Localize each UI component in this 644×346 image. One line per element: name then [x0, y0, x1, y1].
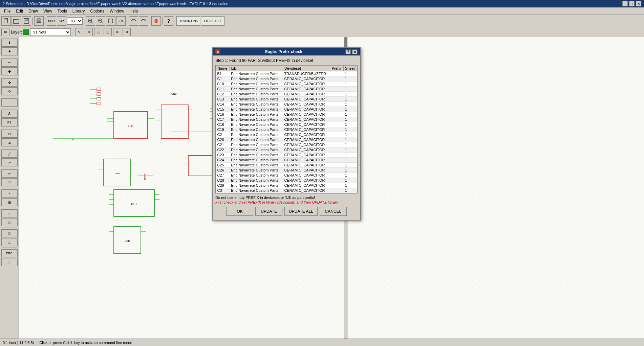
cell-sheet: 1 — [343, 173, 357, 178]
table-row[interactable]: C22Eric Navarrete Custom PartsCERAMIC_CA… — [216, 147, 357, 153]
table-row[interactable]: C21Eric Navarrete Custom PartsCERAMIC_CA… — [216, 142, 357, 147]
menu-window[interactable]: Window — [107, 8, 127, 14]
table-row[interactable]: C14Eric Navarrete Custom PartsCERAMIC_CA… — [216, 102, 357, 107]
cut-tool[interactable]: ✂ — [1, 169, 18, 178]
table-row[interactable]: C13Eric Navarrete Custom PartsCERAMIC_CA… — [216, 97, 357, 102]
info-tool[interactable]: ℹ — [1, 39, 18, 47]
control-panel-button[interactable]: CP — [57, 16, 66, 26]
angle-tool[interactable]: ⊿ — [1, 138, 18, 146]
add-pin-tool[interactable]: ⊕ — [113, 28, 121, 36]
save-button[interactable] — [22, 16, 31, 26]
ltc-spice-button[interactable]: LTC SPICE+ — [201, 16, 224, 26]
dialog-titlebar[interactable]: E Eagle: Prefix check ? ✕ — [213, 48, 360, 55]
table-row[interactable]: C18Eric Navarrete Custom PartsCERAMIC_CA… — [216, 122, 357, 127]
print-button[interactable] — [34, 16, 44, 26]
menu-file[interactable]: File — [1, 8, 13, 14]
table-row[interactable]: C16Eric Navarrete Custom PartsCERAMIC_CA… — [216, 112, 357, 117]
minimize-button[interactable]: ─ — [622, 1, 628, 6]
table-row[interactable]: C10Eric Navarrete Custom PartsCERAMIC_CA… — [216, 82, 357, 87]
menu-help[interactable]: Help — [127, 8, 141, 14]
paste-tool[interactable]: ⬚ — [1, 178, 18, 186]
dialog-help-button[interactable]: ? — [345, 49, 351, 54]
table-row[interactable]: B1Eric Navarrete Custom PartsTRANSDUCER/… — [216, 71, 357, 76]
zoom-out-button[interactable] — [96, 16, 105, 26]
cell-prefix — [330, 178, 343, 183]
dialog-close-button[interactable]: ✕ — [352, 49, 358, 54]
menu-edit[interactable]: Edit — [13, 8, 26, 14]
cell-name: C1 — [216, 76, 230, 82]
junction-tool[interactable]: ⊙ — [1, 130, 18, 138]
stop-button[interactable]: ⊗ — [151, 16, 161, 26]
grid-toggle-button[interactable]: ⊞ — [1, 28, 9, 36]
circle-tool[interactable]: ○ — [1, 209, 18, 217]
triangle-tool[interactable]: △ — [1, 238, 18, 246]
draw-arc-tool[interactable]: ⌒ — [1, 98, 18, 107]
table-row[interactable]: C1Eric Navarrete Custom PartsCERAMIC_CAP… — [216, 76, 357, 82]
table-row[interactable]: C23Eric Navarrete Custom PartsCERAMIC_CA… — [216, 153, 357, 158]
magnify-tool[interactable]: ⊕ — [85, 28, 93, 36]
polygon-tool[interactable]: ⬡ — [1, 229, 18, 237]
rotate-tool[interactable]: ⟳ — [1, 87, 18, 95]
maximize-button[interactable]: □ — [629, 1, 635, 6]
label-r2-tool[interactable]: R2 — [1, 118, 18, 126]
menu-view[interactable]: View — [41, 8, 55, 14]
table-row[interactable]: C17Eric Navarrete Custom PartsCERAMIC_CA… — [216, 117, 357, 122]
zoom-select-button[interactable]: Z⊕ — [116, 16, 126, 26]
table-row[interactable]: C27Eric Navarrete Custom PartsCERAMIC_CA… — [216, 173, 357, 178]
sheet-dropdown[interactable]: 1/1 — [67, 17, 83, 25]
table-row[interactable]: C19Eric Navarrete Custom PartsCERAMIC_CA… — [216, 127, 357, 132]
cell-lib: Eric Navarrete Custom Parts — [230, 163, 283, 168]
table-row[interactable]: C28Eric Navarrete Custom PartsCERAMIC_CA… — [216, 178, 357, 183]
design-link-button[interactable]: DESIGN LINK — [176, 16, 200, 26]
parts-table-container[interactable]: Name Lib Devideset Prefix Sheet B1Eric N… — [215, 65, 358, 193]
select-tool[interactable]: ⬚ — [94, 28, 102, 36]
menu-library[interactable]: Library — [70, 8, 88, 14]
update-button[interactable]: UPDATE — [255, 207, 282, 216]
snap-tool[interactable]: ⌖ — [1, 189, 18, 198]
svg-text:GND: GND — [171, 93, 177, 95]
close-button[interactable]: ✕ — [636, 1, 641, 6]
cell-prefix — [330, 132, 343, 137]
zoom-fit-button[interactable] — [106, 16, 115, 26]
new-button[interactable] — [1, 16, 11, 26]
update-all-button[interactable]: UPDATE ALL — [284, 207, 318, 216]
select-name-tool[interactable]: ◫ — [104, 28, 112, 36]
ok-button[interactable]: OK — [226, 207, 253, 216]
table-row[interactable]: C26Eric Navarrete Custom PartsCERAMIC_CA… — [216, 168, 357, 173]
table-row[interactable]: C12Eric Navarrete Custom PartsCERAMIC_CA… — [216, 92, 357, 97]
table-row[interactable]: C24Eric Navarrete Custom PartsCERAMIC_CA… — [216, 158, 357, 163]
script-button[interactable]: SCR — [47, 16, 56, 26]
help-button[interactable]: ? — [164, 16, 173, 26]
canvas-area[interactable]: IC C — [19, 37, 644, 339]
pointer-tool[interactable]: ↖ — [75, 28, 83, 36]
cancel-button[interactable]: CANCEL — [320, 207, 347, 216]
warning-indicator[interactable]: ⚠ — [1, 258, 18, 266]
erc-tool[interactable]: ERC — [1, 249, 18, 257]
table-row[interactable]: C30Eric Navarrete Custom PartsCERAMIC_CA… — [216, 193, 357, 194]
table-row[interactable]: C2Eric Navarrete Custom PartsCERAMIC_CAP… — [216, 132, 357, 137]
table-row[interactable]: C20Eric Navarrete Custom PartsCERAMIC_CA… — [216, 137, 357, 142]
menu-tools[interactable]: Tools — [55, 8, 70, 14]
rect-tool[interactable]: □ — [1, 218, 18, 226]
bend-tool[interactable]: ↗ — [1, 158, 18, 166]
settings-tool[interactable]: ⚙ — [123, 28, 131, 36]
eye-tool[interactable]: 👁 — [1, 47, 18, 55]
move-tool[interactable]: ✥ — [1, 78, 18, 87]
table-row[interactable]: C11Eric Navarrete Custom PartsCERAMIC_CA… — [216, 87, 357, 92]
redo-button[interactable] — [139, 16, 148, 26]
zoom-in-button[interactable] — [86, 16, 95, 26]
text-tool[interactable]: A — [1, 110, 18, 118]
undo-button[interactable] — [129, 16, 138, 26]
cross-tool[interactable]: ✚ — [1, 67, 18, 75]
wire-tool[interactable]: ✏ — [1, 59, 18, 67]
layer-dropdown[interactable]: 91 Nets — [30, 28, 71, 36]
open-button[interactable] — [12, 16, 21, 26]
grid-tool[interactable]: ⊞ — [1, 198, 18, 206]
table-row[interactable]: C3Eric Navarrete Custom PartsCERAMIC_CAP… — [216, 188, 357, 193]
line-tool[interactable]: ╱ — [1, 149, 18, 158]
menu-options[interactable]: Options — [88, 8, 107, 14]
table-row[interactable]: C15Eric Navarrete Custom PartsCERAMIC_CA… — [216, 107, 357, 112]
table-row[interactable]: C25Eric Navarrete Custom PartsCERAMIC_CA… — [216, 163, 357, 168]
menu-draw[interactable]: Draw — [26, 8, 41, 14]
table-row[interactable]: C29Eric Navarrete Custom PartsCERAMIC_CA… — [216, 183, 357, 188]
